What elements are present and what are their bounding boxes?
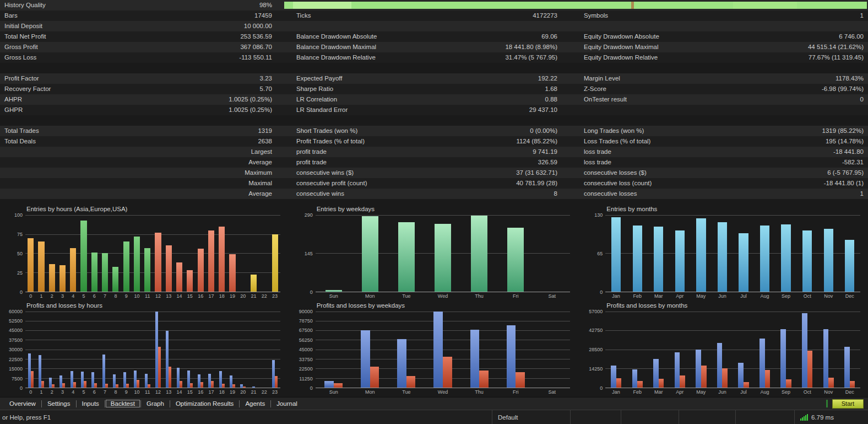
tab-agents[interactable]: Agents [240,400,270,407]
profit-bar-Tue [397,339,406,388]
x-tick-label: 12 [153,292,163,300]
bar-12 [155,233,161,292]
profit-bar-Oct [802,313,807,388]
y-tick-label: 7500 [2,376,23,382]
bar-10 [134,237,140,292]
start-button[interactable]: Start [832,399,864,409]
tab-divider [140,400,141,407]
stats-row: AHPR1.0025 (0.25%)LR Correlation0.88OnTe… [0,94,868,105]
chart-entries-by-weekdays: Entries by weekdays 2901450 SunMonTueWed… [295,206,571,300]
stat-value: 17459 [137,10,276,21]
bar-slot [712,215,733,292]
stat-value: -113 550.11 [137,52,276,63]
bar-slot [259,215,269,292]
bar-slot [100,215,110,292]
stat-value [716,21,868,31]
x-tick-label: 13 [164,388,174,396]
loss-bar-10 [137,380,139,388]
x-tick-label: 18 [216,388,227,396]
bar-slot [248,312,259,388]
bar-slot [142,215,153,292]
bar-slot [733,312,755,388]
tab-journal[interactable]: Journal [272,400,302,407]
status-bar: or Help, press F1 Default 6.79 ms [0,410,868,424]
y-tick-label: 0 [582,289,603,295]
bar-slot [89,215,100,292]
y-tick-label: 65 [582,251,603,256]
chart-profits-losses-by-hours: Profits and losses by hours 600005250045… [4,302,280,396]
status-latency: 6.79 ms [794,410,868,424]
stats-row: Maximumconsecutive wins ($)37 (31 632.71… [0,168,868,178]
y-tick-label: 37500 [2,337,23,343]
bar-slot [185,215,195,292]
profit-bar-Jun [717,343,723,388]
bar-15 [187,270,193,292]
x-axis: SunMonTueWedThuFriSat [316,292,571,300]
x-tick-label: 15 [185,388,195,396]
tab-graph[interactable]: Graph [142,400,169,407]
stat-label: consecutive losses ($) [562,168,716,178]
bar-slot [68,215,78,292]
x-tick-label: Feb [627,292,648,300]
bar-21 [251,275,257,291]
bar-slot [78,215,89,292]
tab-settings[interactable]: Settings [42,400,75,407]
x-tick-label: 10 [132,292,142,300]
tab-inputs[interactable]: Inputs [77,400,104,407]
loss-bar-6 [94,383,97,388]
bar-slot [754,312,775,388]
stat-value: 10 000.00 [137,21,276,31]
x-tick-label: 9 [121,388,132,396]
stat-value: 0.88 [436,94,562,105]
tab-backtest[interactable]: Backtest [106,400,140,407]
x-tick-label: 3 [57,292,68,300]
bar-slot [605,215,627,292]
bar-slot [47,215,57,292]
bar-13 [166,245,172,291]
y-tick-label: 11250 [292,376,313,382]
x-tick-label: Jan [605,388,627,396]
loss-bar-Jan [616,378,622,388]
x-tick-label: Aug [754,292,775,300]
loss-bar-11 [148,384,150,388]
profit-bar-Mar [653,359,659,388]
x-tick-label: 12 [153,388,163,396]
bar-6 [91,253,97,292]
bar-slot [78,312,89,388]
bar-2 [49,264,55,292]
bar-Tue [398,222,415,291]
x-tick-label: Jun [712,388,733,396]
profit-bar-May [696,350,701,388]
x-tick-label: 19 [227,292,237,300]
x-tick-label: 4 [68,292,78,300]
profit-bar-7 [102,355,105,388]
tab-divider [239,400,240,407]
x-tick-label: 17 [206,292,216,300]
bar-slot [57,312,68,388]
status-profile[interactable]: Default [492,410,570,424]
stat-label: Long Trades (won %) [562,126,716,136]
stat-value: 40 781.99 (28) [436,178,562,189]
x-tick-label: 15 [185,292,195,300]
x-tick-label: 19 [227,388,237,396]
tab-divider [41,400,42,407]
bar-Fri [507,228,524,292]
bar-Oct [802,230,812,292]
bar-Aug [760,226,769,291]
stat-value: 1 [716,189,868,199]
x-axis: JanFebMarAprMayJunJulAugSepOctNovDec [605,292,860,300]
stat-value: 1.68 [436,84,562,94]
stat-label: Profit Trades (% of total) [276,136,436,147]
x-tick-label: 21 [248,292,259,300]
loss-bar-Sun [334,383,343,388]
tab-optimization-results[interactable]: Optimization Results [171,400,238,407]
bar-11 [144,248,150,292]
profit-bar-Jul [738,363,744,388]
stat-label [0,157,137,168]
tab-overview[interactable]: Overview [4,400,41,407]
stats-row: Total Trades1319Short Trades (won %)0 (0… [0,126,868,136]
stat-label: Short Trades (won %) [276,126,436,136]
stat-label: Loss Trades (% of total) [562,136,716,147]
x-tick-label: Apr [669,388,691,396]
plot-area [316,215,571,292]
